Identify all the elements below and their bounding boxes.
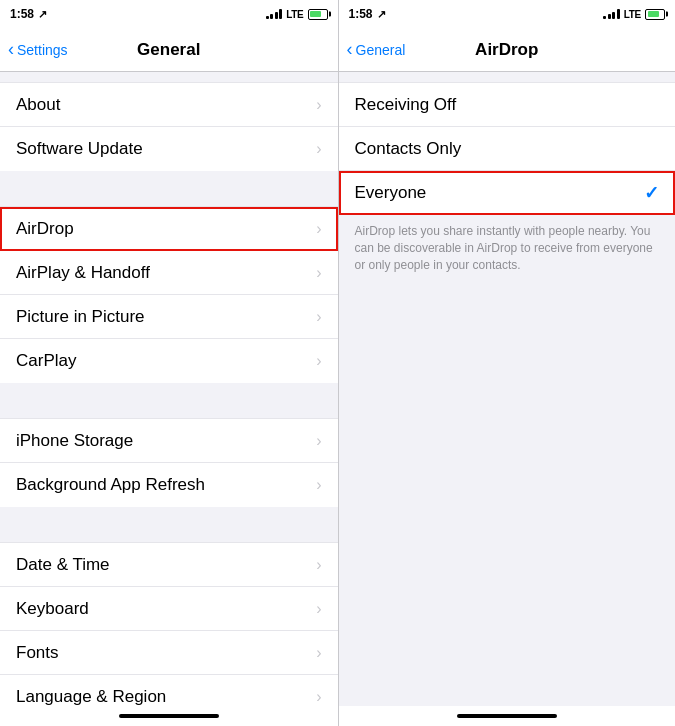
left-row-fonts-chevron: › bbox=[316, 644, 321, 662]
left-back-label: Settings bbox=[17, 42, 68, 58]
left-row-keyboard-chevron: › bbox=[316, 600, 321, 618]
left-row-airdrop-chevron: › bbox=[316, 220, 321, 238]
right-home-bar bbox=[457, 714, 557, 718]
left-row-fonts-label: Fonts bbox=[16, 643, 316, 663]
right-spacer-0 bbox=[339, 72, 676, 82]
right-section-airdrop: Receiving Off Contacts Only Everyone ✓ bbox=[339, 82, 676, 215]
left-row-airdrop[interactable]: AirDrop › bbox=[0, 207, 338, 251]
left-row-language[interactable]: Language & Region › bbox=[0, 675, 338, 706]
left-home-bar bbox=[119, 714, 219, 718]
left-row-picture-label: Picture in Picture bbox=[16, 307, 316, 327]
left-row-airdrop-label: AirDrop bbox=[16, 219, 316, 239]
left-row-carplay-label: CarPlay bbox=[16, 351, 316, 371]
right-row-receiving-off[interactable]: Receiving Off bbox=[339, 83, 676, 127]
left-time: 1:58 bbox=[10, 7, 34, 21]
left-row-iphone-storage[interactable]: iPhone Storage › bbox=[0, 419, 338, 463]
left-section-4: Date & Time › Keyboard › Fonts › Languag… bbox=[0, 542, 338, 706]
right-row-everyone[interactable]: Everyone ✓ bbox=[339, 171, 676, 215]
left-row-about[interactable]: About › bbox=[0, 83, 338, 127]
right-home-indicator bbox=[339, 706, 676, 726]
left-status-right: LTE bbox=[266, 9, 328, 20]
left-row-date-time-chevron: › bbox=[316, 556, 321, 574]
left-row-language-chevron: › bbox=[316, 688, 321, 706]
left-row-software-update-chevron: › bbox=[316, 140, 321, 158]
right-lte: LTE bbox=[624, 9, 641, 20]
right-status-right: LTE bbox=[603, 9, 665, 20]
right-row-contacts-only-label: Contacts Only bbox=[355, 139, 660, 159]
left-row-airplay-chevron: › bbox=[316, 264, 321, 282]
left-row-airplay[interactable]: AirPlay & Handoff › bbox=[0, 251, 338, 295]
right-back-chevron: ‹ bbox=[347, 40, 353, 58]
left-section-3: iPhone Storage › Background App Refresh … bbox=[0, 418, 338, 507]
left-row-picture-chevron: › bbox=[316, 308, 321, 326]
right-status-bar: 1:58 ↗ LTE bbox=[339, 0, 676, 28]
left-row-language-label: Language & Region bbox=[16, 687, 316, 707]
right-status-left: 1:58 ↗ bbox=[349, 7, 386, 21]
right-back-button[interactable]: ‹ General bbox=[347, 41, 406, 58]
left-row-background-refresh-chevron: › bbox=[316, 476, 321, 494]
right-battery-icon bbox=[645, 9, 665, 20]
left-back-chevron: ‹ bbox=[8, 40, 14, 58]
right-description: AirDrop lets you share instantly with pe… bbox=[339, 215, 676, 285]
left-row-carplay-chevron: › bbox=[316, 352, 321, 370]
right-back-label: General bbox=[356, 42, 406, 58]
left-row-picture[interactable]: Picture in Picture › bbox=[0, 295, 338, 339]
left-section-2: AirDrop › AirPlay & Handoff › Picture in… bbox=[0, 206, 338, 383]
right-nav-bar: ‹ General AirDrop bbox=[339, 28, 676, 72]
left-row-background-refresh-label: Background App Refresh bbox=[16, 475, 316, 495]
right-row-everyone-label: Everyone bbox=[355, 183, 645, 203]
left-status-left: 1:58 ↗ bbox=[10, 7, 47, 21]
left-row-airplay-label: AirPlay & Handoff bbox=[16, 263, 316, 283]
right-content: Receiving Off Contacts Only Everyone ✓ A… bbox=[339, 72, 676, 706]
left-row-fonts[interactable]: Fonts › bbox=[0, 631, 338, 675]
left-row-about-chevron: › bbox=[316, 96, 321, 114]
left-section-1: About › Software Update › bbox=[0, 82, 338, 171]
right-row-everyone-checkmark: ✓ bbox=[644, 182, 659, 204]
left-spacer-2 bbox=[0, 383, 338, 418]
left-nav-title: General bbox=[137, 40, 200, 60]
right-time: 1:58 bbox=[349, 7, 373, 21]
right-row-receiving-off-label: Receiving Off bbox=[355, 95, 660, 115]
left-home-indicator bbox=[0, 706, 338, 726]
left-spacer-0 bbox=[0, 72, 338, 82]
right-signal-bars bbox=[603, 9, 620, 19]
left-nav-bar: ‹ Settings General bbox=[0, 28, 338, 72]
left-back-button[interactable]: ‹ Settings bbox=[8, 41, 68, 58]
left-screen: 1:58 ↗ LTE ‹ Settings General bbox=[0, 0, 338, 726]
left-row-date-time[interactable]: Date & Time › bbox=[0, 543, 338, 587]
left-row-keyboard[interactable]: Keyboard › bbox=[0, 587, 338, 631]
left-row-date-time-label: Date & Time bbox=[16, 555, 316, 575]
left-signal-bars bbox=[266, 9, 283, 19]
right-nav-title: AirDrop bbox=[475, 40, 538, 60]
left-row-background-refresh[interactable]: Background App Refresh › bbox=[0, 463, 338, 507]
left-row-carplay[interactable]: CarPlay › bbox=[0, 339, 338, 383]
left-content: About › Software Update › AirDrop › AirP… bbox=[0, 72, 338, 706]
left-status-bar: 1:58 ↗ LTE bbox=[0, 0, 338, 28]
left-row-iphone-storage-label: iPhone Storage bbox=[16, 431, 316, 451]
right-screen: 1:58 ↗ LTE ‹ General AirDrop bbox=[338, 0, 676, 726]
left-spacer-3 bbox=[0, 507, 338, 542]
left-spacer-1 bbox=[0, 171, 338, 206]
left-row-iphone-storage-chevron: › bbox=[316, 432, 321, 450]
left-row-about-label: About bbox=[16, 95, 316, 115]
left-row-keyboard-label: Keyboard bbox=[16, 599, 316, 619]
left-lte: LTE bbox=[286, 9, 303, 20]
left-battery-icon bbox=[308, 9, 328, 20]
left-signal-arrow: ↗ bbox=[38, 8, 47, 21]
left-row-software-update-label: Software Update bbox=[16, 139, 316, 159]
right-signal-arrow: ↗ bbox=[377, 8, 386, 21]
left-row-software-update[interactable]: Software Update › bbox=[0, 127, 338, 171]
right-row-contacts-only[interactable]: Contacts Only bbox=[339, 127, 676, 171]
